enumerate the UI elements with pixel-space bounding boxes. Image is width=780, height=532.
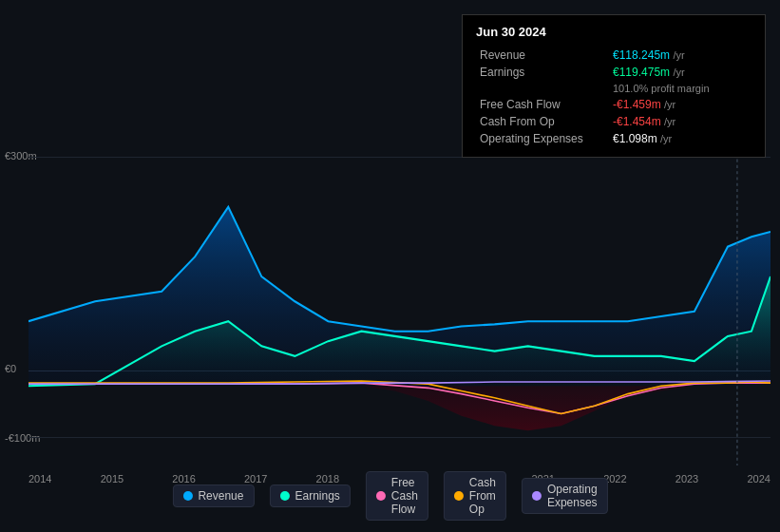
chart-legend: Revenue Earnings Free Cash Flow Cash Fro… [172,471,607,521]
earnings-value: €119.475m /yr [609,64,751,81]
legend-label-operating-expenses: Operating Expenses [547,483,598,509]
revenue-value: €118.245m /yr [609,47,751,64]
legend-item-cash-from-op[interactable]: Cash From Op [444,471,506,521]
legend-label-cash-from-op: Cash From Op [469,476,496,516]
legend-label-earnings: Earnings [295,489,339,503]
legend-item-earnings[interactable]: Earnings [269,484,350,507]
legend-item-operating-expenses[interactable]: Operating Expenses [522,478,608,514]
free-cash-flow-label: Free Cash Flow [476,96,609,113]
tooltip-box: Jun 30 2024 Revenue €118.245m /yr Earnin… [462,14,766,158]
cash-from-op-value: -€1.454m /yr [609,113,751,130]
x-label-2014: 2014 [29,473,51,484]
legend-item-free-cash-flow[interactable]: Free Cash Flow [366,471,428,521]
revenue-label: Revenue [476,47,609,64]
legend-dot-earnings [279,491,289,501]
x-label-2024: 2024 [747,473,770,484]
chart-container: Jun 30 2024 Revenue €118.245m /yr Earnin… [0,0,780,532]
chart-svg [29,147,770,466]
earnings-label: Earnings [476,64,609,81]
legend-dot-operating-expenses [532,491,542,501]
legend-dot-cash-from-op [454,491,464,501]
y-label-mid: €0 [5,363,16,374]
legend-label-free-cash-flow: Free Cash Flow [391,476,418,516]
negative-area [361,386,770,430]
chart-area [29,147,770,466]
operating-expenses-value: €1.098m /yr [609,130,751,147]
x-label-2023: 2023 [675,473,698,484]
x-label-2015: 2015 [101,473,124,484]
legend-item-revenue[interactable]: Revenue [172,484,254,507]
profit-margin: 101.0% profit margin [609,81,751,96]
tooltip-date: Jun 30 2024 [476,25,751,39]
cash-from-op-label: Cash From Op [476,113,609,130]
operating-expenses-label: Operating Expenses [476,130,609,147]
free-cash-flow-value: -€1.459m /yr [609,96,751,113]
legend-dot-revenue [182,491,192,501]
legend-dot-free-cash-flow [376,491,386,501]
legend-label-revenue: Revenue [198,489,243,503]
